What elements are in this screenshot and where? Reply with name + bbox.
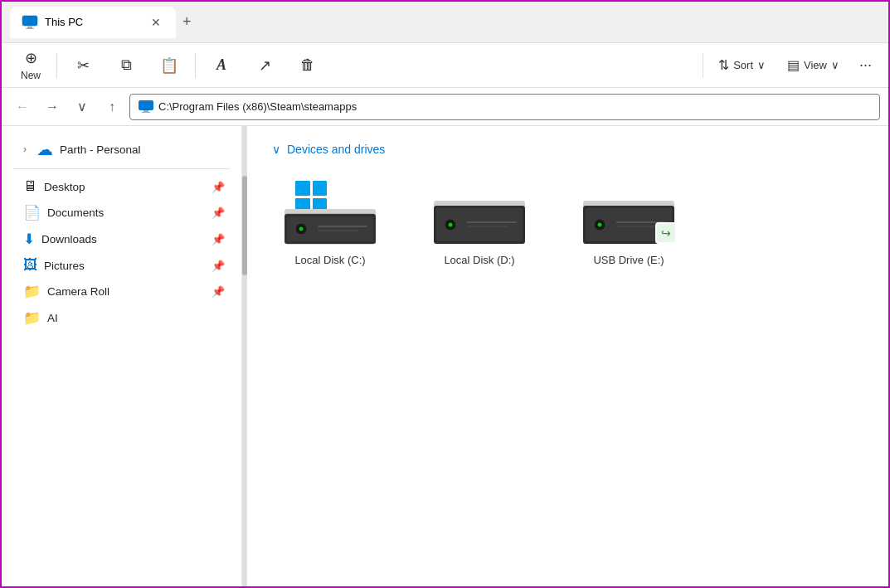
rename-icon: A	[216, 56, 226, 74]
cut-button[interactable]: ✂	[62, 46, 104, 85]
active-tab[interactable]: This PC ✕	[10, 7, 176, 38]
svg-rect-14	[318, 226, 367, 227]
sidebar-item-cloud-label: Parth - Personal	[60, 143, 225, 156]
svg-rect-31	[616, 226, 658, 227]
paste-icon: 📋	[160, 56, 178, 75]
sidebar-item-pictures-label: Pictures	[44, 260, 205, 272]
sidebar-item-documents[interactable]: 📄 Documents 📌	[7, 200, 236, 226]
sort-label: Sort	[733, 59, 753, 71]
drive-e-icon-wrapper: ↪	[579, 181, 678, 247]
toolbar-separator-1	[56, 53, 57, 78]
drive-e-label: USB Drive (E:)	[593, 254, 664, 266]
drive-item-c[interactable]: Local Disk (C:)	[272, 173, 388, 275]
pin-icon-desktop: 📌	[212, 181, 225, 193]
svg-point-13	[299, 227, 304, 231]
sort-chevron-icon: ∨	[757, 59, 766, 71]
drive-c-icon-wrapper	[280, 181, 380, 247]
pin-icon-documents: 📌	[212, 207, 225, 219]
copy-button[interactable]: ⧉	[105, 46, 147, 85]
address-bar: ← → ∨ ↑	[2, 88, 888, 126]
share-button[interactable]: ↗	[244, 46, 285, 85]
sidebar-item-desktop[interactable]: 🖥 Desktop 📌	[7, 174, 236, 199]
path-input[interactable]	[158, 100, 871, 113]
sidebar-item-ai-label: AI	[47, 312, 225, 324]
new-button[interactable]: ⊕ New	[10, 46, 51, 85]
copy-icon: ⧉	[121, 56, 132, 74]
sidebar-item-camera-roll[interactable]: 📁 Camera Roll 📌	[7, 279, 236, 304]
expand-history-button[interactable]: ∨	[70, 95, 95, 119]
view-chevron-icon: ∨	[831, 59, 839, 71]
downloads-icon: ⬇	[23, 231, 35, 248]
documents-icon: 📄	[23, 204, 41, 221]
section-header-devices[interactable]: ∨ Devices and drives	[272, 143, 863, 156]
hdd-d-icon	[434, 201, 525, 247]
sidebar: › ☁ Parth - Personal 🖥 Desktop 📌 📄 Docum…	[2, 126, 242, 588]
sidebar-item-desktop-label: Desktop	[44, 181, 205, 193]
tab-close-button[interactable]: ✕	[148, 14, 164, 31]
sidebar-container: › ☁ Parth - Personal 🖥 Desktop 📌 📄 Docum…	[2, 126, 247, 588]
forward-button[interactable]: →	[40, 95, 65, 119]
sort-button[interactable]: ⇅ Sort ∨	[708, 50, 776, 81]
svg-rect-4	[139, 100, 153, 110]
title-bar: This PC ✕ +	[2, 2, 888, 43]
view-label: View	[804, 59, 827, 71]
ai-icon: 📁	[23, 309, 41, 327]
toolbar-separator-3	[703, 53, 703, 78]
drive-d-label: Local Disk (D:)	[444, 254, 514, 266]
drive-item-d[interactable]: Local Disk (D:)	[421, 173, 537, 275]
windows-logo-icon	[295, 181, 327, 212]
pin-icon-pictures: 📌	[212, 260, 225, 272]
desktop-icon: 🖥	[23, 178, 37, 195]
camera-roll-icon: 📁	[23, 283, 41, 300]
svg-rect-22	[467, 221, 517, 223]
svg-rect-3	[26, 28, 34, 29]
svg-rect-2	[27, 27, 32, 28]
svg-point-29	[598, 223, 602, 227]
win-sq-2	[313, 181, 328, 196]
main-layout: › ☁ Parth - Personal 🖥 Desktop 📌 📄 Docum…	[2, 126, 888, 588]
hdd-c-icon	[285, 209, 376, 247]
sidebar-item-camera-roll-label: Camera Roll	[47, 285, 205, 298]
usb-shortcut-icon: ↪	[655, 222, 677, 244]
svg-rect-6	[142, 112, 150, 113]
address-input-wrapper[interactable]	[129, 94, 880, 120]
new-tab-button[interactable]: +	[176, 10, 198, 34]
cloud-icon: ☁	[36, 139, 53, 159]
svg-rect-15	[318, 230, 359, 231]
pin-icon-downloads: 📌	[212, 233, 225, 245]
cloud-expand-arrow: ›	[23, 143, 27, 155]
section-header-label: Devices and drives	[287, 143, 385, 156]
section-chevron-icon: ∨	[272, 143, 280, 156]
sidebar-item-pictures[interactable]: 🖼 Pictures 📌	[7, 253, 236, 278]
drive-item-e[interactable]: ↪ USB Drive (E:)	[571, 173, 687, 275]
view-button[interactable]: ▤ View ∨	[777, 50, 849, 81]
sidebar-item-ai[interactable]: 📁 AI	[7, 305, 236, 331]
sidebar-item-cloud[interactable]: › ☁ Parth - Personal	[7, 135, 236, 163]
content-area: ∨ Devices and drives	[247, 126, 888, 588]
svg-rect-0	[22, 16, 37, 26]
paste-button[interactable]: 📋	[148, 46, 190, 85]
sidebar-item-documents-label: Documents	[47, 207, 205, 219]
cut-icon: ✂	[77, 56, 90, 75]
sidebar-item-downloads[interactable]: ⬇ Downloads 📌	[7, 226, 236, 252]
monitor-icon	[22, 14, 38, 31]
drive-c-label: Local Disk (C:)	[294, 254, 365, 266]
toolbar-separator-2	[195, 53, 196, 78]
sidebar-divider-1	[13, 168, 230, 169]
new-label: New	[21, 70, 41, 81]
svg-rect-5	[143, 110, 148, 112]
rename-button[interactable]: A	[201, 46, 242, 85]
delete-button[interactable]: 🗑	[287, 46, 328, 85]
share-icon: ↗	[259, 56, 271, 75]
back-button[interactable]: ←	[10, 95, 35, 119]
view-icon: ▤	[787, 57, 800, 73]
sidebar-item-downloads-label: Downloads	[41, 233, 205, 245]
svg-point-21	[449, 223, 453, 227]
up-button[interactable]: ↑	[100, 95, 124, 119]
toolbar: ⊕ New ✂ ⧉ 📋 A ↗ 🗑 ⇅ Sort ∨ ▤ View ∨ ···	[2, 43, 888, 88]
pin-icon-camera-roll: 📌	[212, 285, 225, 298]
tab-title: This PC	[45, 16, 83, 28]
win-sq-1	[295, 181, 310, 196]
more-button[interactable]: ···	[851, 50, 880, 81]
delete-icon: 🗑	[300, 56, 315, 74]
